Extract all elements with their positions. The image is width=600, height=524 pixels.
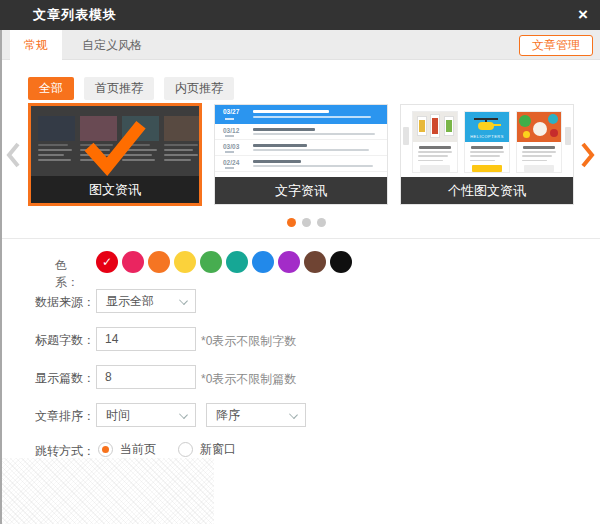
background-page-texture xyxy=(2,458,214,524)
news-row: 03/12 xyxy=(215,124,387,140)
display-count-note: *0表示不限制篇数 xyxy=(201,371,296,388)
news-date: 03/27 xyxy=(223,108,239,115)
swatch-brown[interactable] xyxy=(304,251,326,273)
dot-1[interactable] xyxy=(287,218,296,227)
color-swatches: ✓ xyxy=(96,251,352,273)
helicopter-caption: HELICOPTERS xyxy=(465,134,509,139)
title-chars-note: *0表示不限制字数 xyxy=(201,333,296,350)
sort-field-select[interactable]: 时间 xyxy=(96,403,196,427)
swatch-blue[interactable] xyxy=(252,251,274,273)
swatch-purple[interactable] xyxy=(278,251,300,273)
swatch-pink[interactable] xyxy=(122,251,144,273)
color-scheme-label: 色系： xyxy=(55,257,79,291)
radio-unselected-icon xyxy=(178,442,193,457)
data-source-label: 数据来源： xyxy=(35,294,95,311)
preview-pager-right xyxy=(565,127,571,145)
swatch-black[interactable] xyxy=(330,251,352,273)
display-count-input[interactable] xyxy=(96,365,196,389)
sort-order-select[interactable]: 降序 xyxy=(206,403,306,427)
sort-order-value: 降序 xyxy=(216,408,240,422)
sort-label: 文章排序： xyxy=(35,408,95,425)
close-icon[interactable]: × xyxy=(578,4,588,26)
swatch-teal[interactable] xyxy=(226,251,248,273)
data-source-row: 数据来源： 显示全部 xyxy=(0,289,600,313)
template-name: 个性图文资讯 xyxy=(401,177,573,204)
news-row: 03/27 xyxy=(215,105,387,124)
swatch-green[interactable] xyxy=(200,251,222,273)
radio-new-window[interactable]: 新窗口 xyxy=(178,441,236,458)
carousel-dots xyxy=(287,218,326,227)
news-row: 03/03 xyxy=(215,140,387,156)
tab-bar: 常规 自定义风格 文章管理 xyxy=(0,30,600,60)
dialog-title: 文章列表模块 xyxy=(33,6,117,24)
comic-art-thumbnail xyxy=(517,112,561,142)
dialog-header: 文章列表模块 × xyxy=(0,0,600,30)
check-icon: ✓ xyxy=(96,251,118,273)
tab-general[interactable]: 常规 xyxy=(10,30,62,60)
swatch-red[interactable]: ✓ xyxy=(96,251,118,273)
template-styled-image-text[interactable]: HELICOPTERS 个性图文资讯 xyxy=(400,104,574,205)
template-text-news[interactable]: 03/27 03/12 03/03 02/24 文字资讯 xyxy=(214,104,388,205)
news-date: 02/24 xyxy=(223,159,239,166)
news-date: 03/03 xyxy=(223,143,239,150)
chevron-down-icon xyxy=(179,410,188,419)
article-list-module-dialog: 文章列表模块 × 常规 自定义风格 文章管理 全部 首页推荐 内页推荐 图文资讯 xyxy=(0,0,600,524)
radio-selected-icon xyxy=(98,442,113,457)
data-source-value: 显示全部 xyxy=(106,294,154,308)
chevron-right-icon[interactable] xyxy=(577,140,597,170)
chevron-down-icon xyxy=(289,410,298,419)
tab-custom-style[interactable]: 自定义风格 xyxy=(68,30,156,60)
dot-3[interactable] xyxy=(317,218,326,227)
selected-check-icon xyxy=(79,116,151,182)
swatch-yellow[interactable] xyxy=(174,251,196,273)
jump-mode-options: 当前页 新窗口 xyxy=(98,441,236,458)
template-name: 图文资讯 xyxy=(31,176,199,203)
helicopter-thumbnail: HELICOPTERS xyxy=(465,112,509,142)
title-chars-label: 标题字数： xyxy=(35,332,95,349)
display-count-label: 显示篇数： xyxy=(35,370,95,387)
title-chars-input[interactable] xyxy=(96,327,196,351)
dot-2[interactable] xyxy=(302,218,311,227)
styled-cards-preview: HELICOPTERS xyxy=(412,111,562,173)
chevron-down-icon xyxy=(179,296,188,305)
display-count-row: 显示篇数： *0表示不限制篇数 xyxy=(0,365,600,389)
data-source-select[interactable]: 显示全部 xyxy=(96,289,196,313)
radio-current-page[interactable]: 当前页 xyxy=(98,441,156,458)
news-date: 03/12 xyxy=(223,127,239,134)
chevron-left-icon[interactable] xyxy=(4,140,24,170)
news-row: 02/24 xyxy=(215,156,387,172)
swatch-orange[interactable] xyxy=(148,251,170,273)
page-edge-line xyxy=(0,30,2,524)
poster-art-thumbnail xyxy=(413,112,457,142)
preview-pager-left xyxy=(403,127,409,145)
filter-inner-recommend[interactable]: 内页推荐 xyxy=(164,77,234,100)
template-name: 文字资讯 xyxy=(215,177,387,204)
template-image-text[interactable]: 图文资讯 xyxy=(28,103,202,206)
sort-field-value: 时间 xyxy=(106,408,130,422)
filter-group: 全部 首页推荐 内页推荐 xyxy=(28,77,234,100)
title-chars-row: 标题字数： *0表示不限制字数 xyxy=(0,327,600,351)
section-divider xyxy=(0,238,600,239)
filter-home-recommend[interactable]: 首页推荐 xyxy=(84,77,154,100)
radio-current-page-label: 当前页 xyxy=(120,441,156,458)
article-manage-button[interactable]: 文章管理 xyxy=(519,35,593,56)
text-news-preview: 03/27 03/12 03/03 02/24 xyxy=(215,105,387,177)
sort-row: 文章排序： 时间 降序 xyxy=(0,403,600,427)
radio-new-window-label: 新窗口 xyxy=(200,441,236,458)
filter-all[interactable]: 全部 xyxy=(28,77,74,100)
